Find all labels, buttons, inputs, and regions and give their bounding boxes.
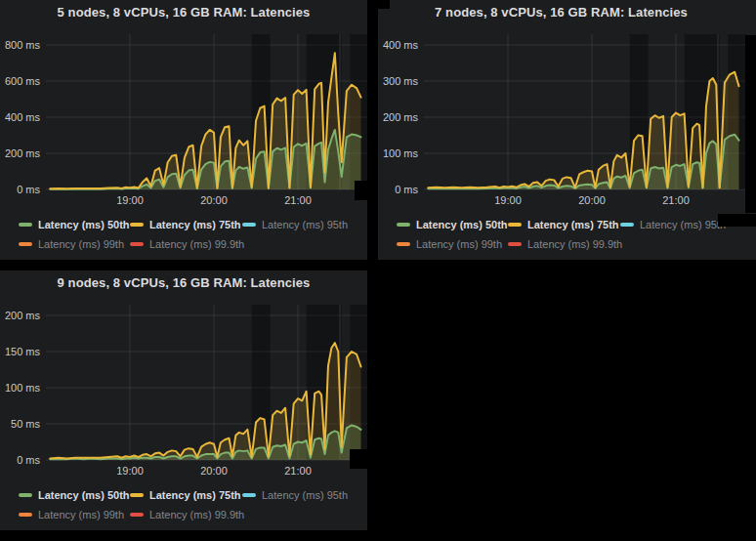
- series-color-dash-icon: [620, 223, 634, 227]
- latency-chart-5-nodes[interactable]: 0 ms200 ms400 ms600 ms800 ms19:0020:0021…: [0, 0, 367, 209]
- x-tick-label: 20:00: [578, 194, 606, 206]
- screen-artifact: [745, 35, 756, 213]
- legend-row: Latency (ms) 50thLatency (ms) 75thLatenc…: [397, 218, 726, 231]
- legend-item-label: Latency (ms) 99.9th: [149, 238, 244, 250]
- legend-item-label: Latency (ms) 75th: [527, 219, 619, 230]
- series-color-dash-icon: [130, 223, 144, 227]
- legend-item-latency-ms-75th[interactable]: Latency (ms) 75th: [508, 219, 620, 230]
- y-tick-label: 0 ms: [17, 454, 40, 466]
- y-tick-label: 300 ms: [383, 75, 419, 87]
- y-tick-label: 800 ms: [5, 39, 41, 51]
- legend-item-latency-ms-50th[interactable]: Latency (ms) 50th: [397, 219, 508, 230]
- legend-row: Latency (ms) 50thLatency (ms) 75thLatenc…: [19, 218, 348, 231]
- legend-item-label: Latency (ms) 95th: [262, 219, 348, 230]
- legend-row: Latency (ms) 99thLatency (ms) 99.9th: [19, 508, 348, 521]
- series-color-dash-icon: [242, 493, 256, 497]
- legend-item-latency-ms-75th[interactable]: Latency (ms) 75th: [130, 219, 242, 230]
- series-color-dash-icon: [242, 223, 256, 227]
- legend-row: Latency (ms) 99thLatency (ms) 99.9th: [19, 237, 348, 251]
- legend-item-label: Latency (ms) 99th: [416, 238, 502, 250]
- y-tick-label: 600 ms: [5, 75, 41, 87]
- y-tick-label: 50 ms: [11, 418, 40, 430]
- panel-title[interactable]: 9 nodes, 8 vCPUs, 16 GB RAM: Latencies: [0, 275, 367, 290]
- x-tick-label: 21:00: [284, 465, 312, 477]
- screen-artifact: [378, 0, 390, 9]
- legend-item-label: Latency (ms) 99th: [38, 238, 124, 250]
- series-color-dash-icon: [19, 513, 32, 517]
- legend-row: Latency (ms) 50thLatency (ms) 75thLatenc…: [19, 488, 348, 502]
- latency-chart-7-nodes[interactable]: 0 ms100 ms200 ms300 ms400 ms19:0020:0021…: [378, 0, 756, 209]
- screen-artifact: [355, 181, 378, 200]
- x-tick-label: 19:00: [494, 194, 522, 206]
- panel-7-nodes-latencies: 0 ms100 ms200 ms300 ms400 ms19:0020:0021…: [378, 0, 756, 260]
- legend-item-latency-ms-75th[interactable]: Latency (ms) 75th: [130, 489, 242, 501]
- screen-artifact: [350, 449, 378, 469]
- series-color-dash-icon: [130, 493, 144, 497]
- y-tick-label: 100 ms: [383, 147, 419, 159]
- legend-item-label: Latency (ms) 75th: [149, 219, 241, 230]
- x-tick-label: 20:00: [200, 465, 228, 477]
- panel-9-nodes-latencies: 0 ms50 ms100 ms150 ms200 ms19:0020:0021:…: [0, 270, 367, 530]
- series-color-dash-icon: [19, 242, 32, 246]
- panel-title[interactable]: 5 nodes, 8 vCPUs, 16 GB RAM: Latencies: [0, 5, 367, 20]
- panel-5-nodes-latencies: 0 ms200 ms400 ms600 ms800 ms19:0020:0021…: [0, 0, 367, 260]
- legend-row: Latency (ms) 99thLatency (ms) 99.9th: [397, 237, 726, 251]
- series-color-dash-icon: [130, 513, 144, 517]
- series-color-dash-icon: [19, 223, 32, 227]
- legend-item-latency-ms-99th[interactable]: Latency (ms) 99th: [397, 238, 508, 250]
- legend-item-label: Latency (ms) 95th: [640, 219, 726, 230]
- series-color-dash-icon: [508, 223, 522, 227]
- legend-item-label: Latency (ms) 50th: [38, 219, 130, 230]
- legend-item-label: Latency (ms) 99th: [38, 509, 124, 520]
- y-tick-label: 150 ms: [5, 346, 41, 357]
- y-tick-label: 0 ms: [395, 184, 418, 195]
- series-color-dash-icon: [397, 242, 410, 246]
- legend-item-latency-ms-99.9th[interactable]: Latency (ms) 99.9th: [130, 509, 244, 520]
- x-tick-label: 19:00: [116, 194, 144, 206]
- y-tick-label: 200 ms: [5, 147, 41, 159]
- legend-item-label: Latency (ms) 99.9th: [149, 509, 244, 520]
- y-tick-label: 400 ms: [5, 111, 41, 123]
- y-tick-label: 200 ms: [5, 310, 41, 321]
- legend-item-latency-ms-50th[interactable]: Latency (ms) 50th: [19, 219, 130, 230]
- legend-item-label: Latency (ms) 95th: [262, 489, 348, 501]
- legend-item-latency-ms-95th[interactable]: Latency (ms) 95th: [620, 219, 726, 230]
- legend-item-label: Latency (ms) 50th: [38, 489, 130, 501]
- legend: Latency (ms) 50thLatency (ms) 75thLatenc…: [397, 218, 726, 257]
- legend: Latency (ms) 50thLatency (ms) 75thLatenc…: [19, 488, 348, 527]
- series-color-dash-icon: [19, 493, 32, 497]
- x-tick-label: 20:00: [200, 194, 228, 206]
- x-tick-label: 21:00: [284, 194, 312, 206]
- legend-item-latency-ms-99.9th[interactable]: Latency (ms) 99.9th: [508, 238, 622, 250]
- legend-item-latency-ms-95th[interactable]: Latency (ms) 95th: [242, 489, 348, 501]
- screen-artifact: [718, 214, 756, 227]
- legend-item-latency-ms-99th[interactable]: Latency (ms) 99th: [19, 509, 130, 520]
- legend-item-label: Latency (ms) 99.9th: [527, 238, 622, 250]
- series-color-dash-icon: [130, 242, 144, 246]
- x-tick-label: 19:00: [116, 465, 144, 477]
- legend-item-latency-ms-99.9th[interactable]: Latency (ms) 99.9th: [130, 238, 244, 250]
- legend-item-latency-ms-95th[interactable]: Latency (ms) 95th: [242, 219, 348, 230]
- y-tick-label: 100 ms: [5, 382, 41, 394]
- legend: Latency (ms) 50thLatency (ms) 75thLatenc…: [19, 218, 348, 257]
- y-tick-label: 0 ms: [17, 184, 40, 195]
- legend-item-latency-ms-50th[interactable]: Latency (ms) 50th: [19, 489, 130, 501]
- x-tick-label: 21:00: [662, 194, 690, 206]
- legend-item-latency-ms-99th[interactable]: Latency (ms) 99th: [19, 238, 130, 250]
- series-color-dash-icon: [397, 223, 410, 227]
- panel-title[interactable]: 7 nodes, 8 vCPUs, 16 GB RAM: Latencies: [378, 5, 756, 20]
- legend-item-label: Latency (ms) 50th: [416, 219, 508, 230]
- series-color-dash-icon: [508, 242, 522, 246]
- y-tick-label: 400 ms: [383, 39, 419, 51]
- latency-chart-9-nodes[interactable]: 0 ms50 ms100 ms150 ms200 ms19:0020:0021:…: [0, 270, 367, 479]
- legend-item-label: Latency (ms) 75th: [149, 489, 241, 501]
- y-tick-label: 200 ms: [383, 111, 419, 123]
- dashboard: { "colors": { "page_bg": "#000000", "pan…: [0, 0, 756, 541]
